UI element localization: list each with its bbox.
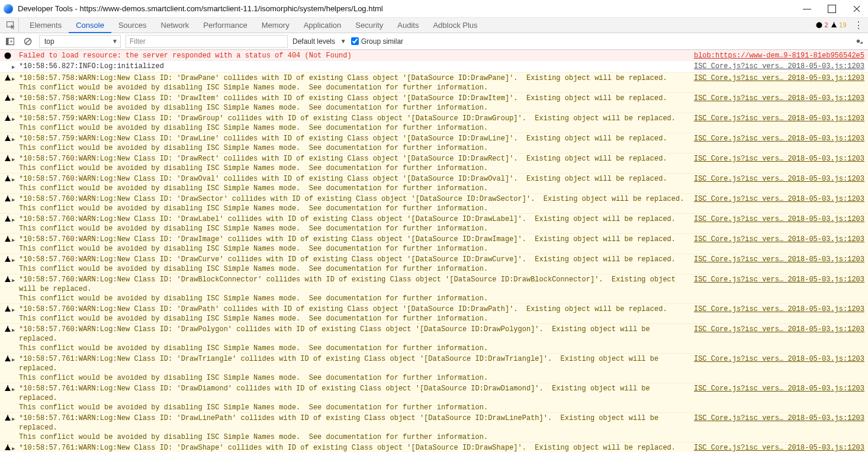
expand-arrow-icon[interactable] [12, 325, 19, 335]
source-link[interactable]: ISC Core.js?isc vers… 2018-05-03.js:1203 [694, 305, 864, 313]
console-source: ISC Core.js?isc vers… 2018-05-03.js:1203 [687, 114, 864, 123]
expand-arrow-icon[interactable] [12, 443, 19, 452]
error-icon [4, 51, 12, 59]
console-entry: *10:58:57.760:WARN:Log:New Class ID: 'Dr… [0, 193, 868, 213]
console-entry: *10:58:57.760:WARN:Log:New Class ID: 'Dr… [0, 173, 868, 193]
window-minimize-button[interactable] [803, 5, 811, 13]
console-source: ISC Core.js?isc vers… 2018-05-03.js:1203 [687, 443, 864, 452]
console-source: ISC Core.js?isc vers… 2018-05-03.js:1203 [687, 194, 864, 204]
expand-arrow-icon[interactable] [12, 174, 19, 185]
console-source: ISC Core.js?isc vers… 2018-05-03.js:1203 [687, 94, 864, 103]
source-link[interactable]: ISC Core.js?isc vers… 2018-05-03.js:1203 [694, 355, 864, 363]
source-link[interactable]: ISC Core.js?isc vers… 2018-05-03.js:1203 [694, 414, 864, 422]
execution-context-selector[interactable]: top ▼ [39, 35, 121, 48]
expand-arrow-icon[interactable] [12, 134, 19, 145]
console-settings-button[interactable] [851, 35, 864, 48]
tab-performance[interactable]: Performance [196, 18, 254, 33]
console-message: *10:58:57.760:WARN:Log:New Class ID: 'Dr… [19, 304, 687, 323]
warning-icon [4, 354, 12, 363]
console-message: *10:58:57.760:WARN:Log:New Class ID: 'Dr… [19, 255, 687, 274]
tab-audits[interactable]: Audits [390, 18, 426, 33]
window-maximize-button[interactable] [828, 5, 836, 13]
window-close-button[interactable] [853, 5, 861, 13]
console-message: *10:58:57.760:WARN:Log:New Class ID: 'Dr… [19, 214, 687, 233]
warning-icon [4, 275, 12, 283]
error-count-badge[interactable]: 2 [816, 21, 828, 29]
console-output: Failed to load resource: the server resp… [0, 50, 868, 452]
group-similar-label: Group similar [361, 37, 403, 46]
console-message: *10:58:57.759:WARN:Log:New Class ID: 'Dr… [19, 114, 687, 133]
source-link[interactable]: blob:https://www-dem…9-8191-81eb956542e5 [694, 52, 864, 60]
console-message: *10:58:57.758:WARN:Log:New Class ID: 'Dr… [19, 94, 687, 113]
source-link[interactable]: ISC Core.js?isc vers… 2018-05-03.js:1203 [694, 195, 864, 203]
log-levels-label: Default levels [292, 37, 335, 46]
source-link[interactable]: ISC Core.js?isc vers… 2018-05-03.js:1203 [694, 384, 864, 393]
tab-adblock-plus[interactable]: Adblock Plus [426, 18, 484, 33]
console-filter-input[interactable] [126, 35, 288, 48]
inspect-element-icon[interactable] [4, 18, 19, 33]
source-link[interactable]: ISC Core.js?isc vers… 2018-05-03.js:1203 [694, 175, 864, 183]
source-link[interactable]: ISC Core.js?isc vers… 2018-05-03.js:1203 [694, 134, 864, 143]
window-titlebar: Developer Tools - https://www-demos.smar… [0, 0, 868, 18]
expand-arrow-icon[interactable] [12, 235, 19, 245]
source-link[interactable]: ISC Core.js?isc vers… 2018-05-03.js:1203 [694, 74, 864, 82]
sidebar-toggle-button[interactable] [4, 35, 17, 48]
group-similar-checkbox-input[interactable] [351, 37, 359, 45]
tab-network[interactable]: Network [154, 18, 197, 33]
console-source: ISC Core.js?isc vers… 2018-05-03.js:1203 [687, 214, 864, 224]
log-levels-selector[interactable]: Default levels ▼ [292, 37, 346, 46]
console-entry: *10:58:57.760:WARN:Log:New Class ID: 'Dr… [0, 233, 868, 254]
console-entry: Failed to load resource: the server resp… [0, 50, 868, 60]
expand-arrow-icon[interactable] [12, 94, 19, 104]
console-message: *10:58:57.760:WARN:Log:New Class ID: 'Dr… [19, 325, 687, 353]
console-entry: *10:58:57.760:WARN:Log:New Class ID: 'Dr… [0, 303, 868, 323]
tab-sources[interactable]: Sources [111, 18, 154, 33]
warning-icon [4, 214, 12, 223]
tab-console[interactable]: Console [69, 18, 111, 33]
source-link[interactable]: ISC Core.js?isc vers… 2018-05-03.js:1203 [694, 255, 864, 264]
expand-arrow-icon[interactable] [12, 304, 19, 315]
source-link[interactable]: ISC Core.js?isc vers… 2018-05-03.js:1203 [694, 94, 864, 102]
tab-memory[interactable]: Memory [255, 18, 297, 33]
console-entry: *10:58:57.760:WARN:Log:New Class ID: 'Dr… [0, 254, 868, 274]
expand-arrow-icon[interactable] [12, 73, 19, 84]
expand-arrow-icon[interactable] [12, 154, 19, 165]
source-link[interactable]: ISC Core.js?isc vers… 2018-05-03.js:1203 [694, 444, 864, 452]
source-link[interactable]: ISC Core.js?isc vers… 2018-05-03.js:1203 [694, 275, 864, 284]
source-link[interactable]: ISC Core.js?isc vers… 2018-05-03.js:1203 [694, 62, 864, 70]
blank-icon [4, 62, 12, 63]
expand-arrow-icon[interactable] [12, 275, 19, 286]
chevron-down-icon: ▼ [112, 38, 118, 44]
expand-arrow-icon[interactable] [12, 384, 19, 395]
warning-count-badge[interactable]: 19 [831, 21, 847, 29]
console-source: ISC Core.js?isc vers… 2018-05-03.js:1203 [687, 304, 864, 314]
expand-arrow-icon[interactable] [12, 114, 19, 124]
tab-application[interactable]: Application [297, 18, 349, 33]
source-link[interactable]: ISC Core.js?isc vers… 2018-05-03.js:1203 [694, 215, 864, 223]
expand-arrow-icon[interactable] [12, 62, 19, 72]
source-link[interactable]: ISC Core.js?isc vers… 2018-05-03.js:1203 [694, 325, 864, 334]
warning-count: 19 [839, 21, 847, 29]
clear-console-button[interactable] [21, 35, 34, 48]
source-link[interactable]: ISC Core.js?isc vers… 2018-05-03.js:1203 [694, 235, 864, 243]
devtools-app-icon [4, 4, 13, 14]
console-message: *10:58:56.827:INFO:Log:initialized [19, 62, 687, 71]
tab-security[interactable]: Security [348, 18, 390, 33]
source-link[interactable]: ISC Core.js?isc vers… 2018-05-03.js:1203 [694, 155, 864, 163]
tab-elements[interactable]: Elements [22, 18, 69, 33]
source-link[interactable]: ISC Core.js?isc vers… 2018-05-03.js:1203 [694, 114, 864, 123]
expand-arrow-icon[interactable] [12, 413, 19, 424]
devtools-menu-button[interactable]: ⋮ [853, 20, 864, 31]
console-entry: *10:58:57.760:WARN:Log:New Class ID: 'Dr… [0, 153, 868, 173]
expand-arrow-icon[interactable] [12, 194, 19, 205]
expand-arrow-icon[interactable] [12, 255, 19, 265]
warning-icon [4, 94, 12, 102]
devtools-tabbar: ElementsConsoleSourcesNetworkPerformance… [0, 18, 868, 33]
group-similar-checkbox[interactable]: Group similar [351, 37, 403, 46]
console-source: ISC Core.js?isc vers… 2018-05-03.js:1203 [687, 384, 864, 393]
console-entry: *10:58:57.760:WARN:Log:New Class ID: 'Dr… [0, 323, 868, 353]
expand-arrow-icon[interactable] [12, 214, 19, 225]
expand-arrow-icon[interactable] [12, 354, 19, 365]
console-message: *10:58:57.760:WARN:Log:New Class ID: 'Dr… [19, 235, 687, 254]
console-source: ISC Core.js?isc vers… 2018-05-03.js:1203 [687, 413, 864, 423]
